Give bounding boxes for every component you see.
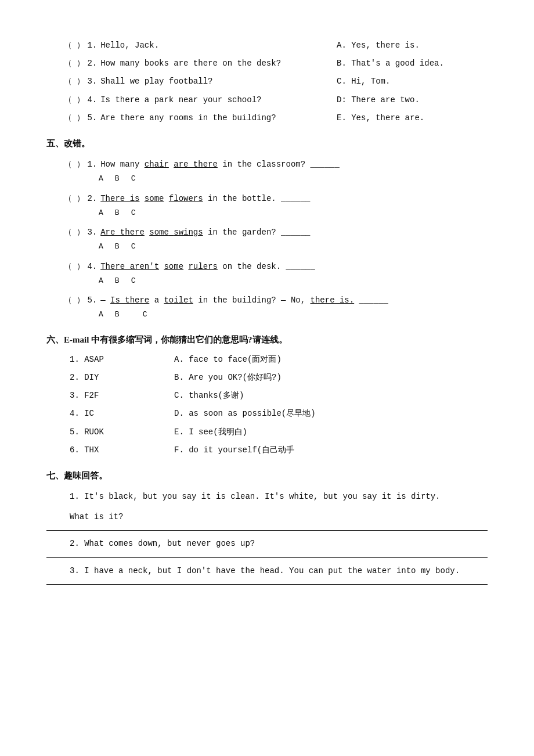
- abbreviation: 1. ASAP: [70, 352, 174, 367]
- match-row: （ ） 1. Hello, Jack. A. Yes, there is.: [46, 38, 488, 53]
- section5-title: 五、改错。: [46, 136, 488, 152]
- correction-row: （ ） 1. How many chair are there in the c…: [46, 157, 488, 186]
- underlined-text: chair: [145, 160, 169, 169]
- match-row: （ ） 5. Are there any rooms in the buildi…: [46, 111, 488, 125]
- question-text: How many books are there on the desk?: [100, 56, 337, 71]
- correction-line: （ ） 5. — Is there a toilet in the buildi…: [64, 293, 488, 308]
- email-row: 5. RUOK E. I see(我明白): [46, 425, 488, 440]
- normal-text: [139, 194, 144, 203]
- meaning: A. face to face(面对面): [174, 352, 488, 367]
- section6-title: 六、E-mail 中有很多缩写词，你能猜出它们的意思吗?请连线。: [46, 332, 488, 348]
- email-row: 1. ASAP A. face to face(面对面): [46, 352, 488, 367]
- section6: 六、E-mail 中有很多缩写词，你能猜出它们的意思吗?请连线。 1. ASAP…: [46, 332, 488, 458]
- normal-text: on the desk. ______: [218, 262, 315, 271]
- abbreviation: 6. THX: [70, 443, 174, 458]
- underlined-text: rulers: [188, 262, 217, 271]
- answer-text: C. Hi, Tom.: [337, 74, 488, 89]
- answer-line-1: [46, 530, 488, 531]
- paren: （ ）: [64, 93, 85, 107]
- meaning: B. Are you OK?(你好吗?): [174, 370, 488, 385]
- email-row: 2. DIY B. Are you OK?(你好吗?): [46, 370, 488, 385]
- answer-text: B. That's a good idea.: [337, 56, 488, 71]
- correction-line: （ ） 1. How many chair are there in the c…: [64, 157, 488, 172]
- answer-text: D: There are two.: [337, 93, 488, 107]
- match-row: （ ） 4. Is there a park near your school?…: [46, 93, 488, 107]
- normal-text: in the garden? ______: [203, 228, 311, 237]
- email-row: 3. F2F C. thanks(多谢): [46, 388, 488, 403]
- correction-line: （ ） 3. Are there some swings in the gard…: [64, 225, 488, 240]
- fun-question-1b: What is it?: [46, 510, 488, 524]
- fun-question-3: 3. I have a neck, but I don't have the h…: [46, 564, 488, 578]
- underlined-text: There is: [100, 194, 139, 203]
- section5: 五、改错。 （ ） 1. How many chair are there in…: [46, 136, 488, 322]
- abc-label: B: [115, 274, 120, 287]
- correction-row: （ ） 2. There is some flowers in the bott…: [46, 192, 488, 220]
- row-num: 2.: [87, 192, 97, 206]
- underlined-text: some: [164, 262, 183, 271]
- underlined-text: some: [149, 228, 169, 237]
- abc-row: ABC: [64, 172, 488, 185]
- row-num: 1.: [87, 38, 97, 53]
- correction-line: （ ） 2. There is some flowers in the bott…: [64, 192, 488, 206]
- normal-text: in the classroom? ______: [218, 160, 340, 169]
- abbreviation: 3. F2F: [70, 388, 174, 403]
- section7: 七、趣味回答。 1. It's black, but you say it is…: [46, 468, 488, 585]
- paren: （ ）: [64, 56, 85, 71]
- underlined-text: are there: [174, 160, 218, 169]
- correction-text: There aren't some rulers on the desk. __…: [100, 260, 488, 274]
- underlined-text: some: [145, 194, 164, 203]
- fun-q-num: 2.: [70, 539, 84, 548]
- underlined-text: there is.: [311, 296, 355, 305]
- question-text: Are there any rooms in the building?: [100, 111, 337, 125]
- match-row: （ ） 2. How many books are there on the d…: [46, 56, 488, 71]
- row-num: 1.: [87, 157, 97, 172]
- underlined-text: There aren't: [100, 262, 159, 271]
- abc-label: A: [99, 172, 103, 185]
- fun-q-text: What is it?: [70, 512, 123, 521]
- answer-text: E. Yes, there are.: [337, 111, 488, 125]
- match-row: （ ） 3. Shall we play football? C. Hi, To…: [46, 74, 488, 89]
- normal-text: [169, 160, 174, 169]
- answer-text: A. Yes, there is.: [337, 38, 488, 53]
- correction-row: （ ） 5. — Is there a toilet in the buildi…: [46, 293, 488, 322]
- abc-label: C: [131, 274, 136, 287]
- abc-row: ABC: [64, 274, 488, 287]
- email-row: 4. IC D. as soon as possible(尽早地): [46, 406, 488, 421]
- fun-question-1: 1. It's black, but you say it is clean. …: [46, 489, 488, 504]
- meaning: C. thanks(多谢): [174, 388, 488, 403]
- underlined-text: swings: [174, 228, 203, 237]
- abc-label: C: [131, 240, 136, 253]
- paren: （ ）: [64, 74, 85, 89]
- row-num: 3.: [87, 225, 97, 240]
- abc-label: C: [143, 308, 147, 321]
- row-num: 4.: [87, 93, 97, 107]
- answer-line-2: [46, 557, 488, 558]
- correction-text: How many chair are there in the classroo…: [100, 157, 488, 172]
- meaning: E. I see(我明白): [174, 425, 488, 440]
- underlined-text: Is there: [110, 296, 149, 305]
- fun-q-text: I have a neck, but I don't have the head…: [84, 566, 460, 575]
- underlined-text: toilet: [164, 296, 193, 305]
- abc-label: A: [99, 308, 103, 321]
- normal-text: How many: [100, 160, 145, 169]
- fun-q-num: 3.: [70, 566, 84, 575]
- abc-label: A: [99, 206, 103, 219]
- underlined-text: flowers: [169, 194, 203, 203]
- abc-label: A: [99, 240, 103, 253]
- correction-text: There is some flowers in the bottle. ___…: [100, 192, 488, 206]
- correction-text: — Is there a toilet in the building? — N…: [100, 293, 488, 308]
- fun-q-num: 1.: [70, 492, 84, 501]
- meaning: F. do it yourself(自己动手: [174, 443, 488, 458]
- question-text: Shall we play football?: [100, 74, 337, 89]
- abc-label: C: [131, 172, 136, 185]
- normal-text: in the bottle. ______: [203, 194, 311, 203]
- abbreviation: 4. IC: [70, 406, 174, 421]
- abc-label: B: [115, 172, 120, 185]
- abc-row: ABC: [64, 240, 488, 253]
- question-text: Hello, Jack.: [100, 38, 337, 53]
- underlined-text: [169, 228, 174, 237]
- underlined-text: Are there: [100, 228, 145, 237]
- paren: （ ）: [64, 260, 85, 274]
- row-num: 4.: [87, 260, 97, 274]
- question-text: Is there a park near your school?: [100, 93, 337, 107]
